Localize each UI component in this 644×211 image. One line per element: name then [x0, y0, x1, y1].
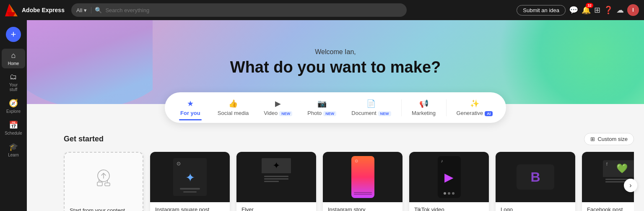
compass-icon: 🧭	[9, 99, 18, 108]
card-instagram-square[interactable]: ⊙ ✦ Instagram square post	[150, 152, 230, 211]
avatar[interactable]: I	[627, 4, 639, 16]
search-filter[interactable]: All ▾	[76, 7, 91, 13]
search-bar: All ▾ 🔍	[71, 3, 407, 17]
tiktok-inner: ♪ ▶	[438, 156, 461, 198]
search-input[interactable]	[105, 7, 402, 13]
flyer-top: ✦	[262, 158, 291, 173]
content-section: Get started ⊞ Custom size	[27, 123, 644, 211]
card-label-ig: Instagram square post	[150, 202, 230, 211]
custom-size-button[interactable]: ⊞ Custom size	[584, 133, 634, 145]
card-label-fb: Facebook post	[582, 202, 634, 211]
create-new-button[interactable]: +	[6, 27, 21, 42]
document-icon: 📄	[366, 99, 376, 108]
video-new-badge: NEW	[279, 111, 292, 116]
section-title: Get started	[64, 135, 104, 143]
story-inner: ⊙	[351, 156, 374, 198]
hero-welcome: Welcome Ian,	[230, 48, 441, 56]
card-logo[interactable]: B Logo	[496, 152, 575, 211]
chevron-down-icon: ▾	[84, 7, 87, 13]
svg-rect-5	[105, 183, 110, 186]
tab-social-media[interactable]: 👍 Social media	[211, 96, 255, 120]
logo-b-icon: B	[530, 169, 540, 185]
story-line-2	[354, 194, 372, 195]
tab-document[interactable]: 📄 DocumentNEW	[345, 96, 397, 120]
facebook-icon: f	[606, 162, 608, 167]
sidebar-label-home: Home	[8, 61, 19, 66]
sidebar-item-schedule[interactable]: 📅 Schedule	[2, 118, 25, 138]
main-content: Welcome Ian, What do you want to make? ★…	[27, 20, 644, 211]
tiktok-dots	[444, 192, 454, 195]
notification-badge: 32	[586, 3, 593, 8]
hero-text: Welcome Ian, What do you want to make?	[230, 48, 441, 76]
ig-card-inner: ⊙ ✦	[173, 158, 207, 196]
tab-generative[interactable]: ✨ GenerativeAI	[450, 96, 500, 120]
card-instagram-story[interactable]: ⊙ Instagram story	[323, 152, 402, 211]
cloud-icon[interactable]: ☁	[616, 5, 624, 15]
story-line-1	[354, 192, 372, 193]
tab-divider	[401, 99, 402, 116]
card-thumb-story: ⊙	[323, 152, 402, 202]
card-tiktok[interactable]: ♪ ▶ TikTok video	[409, 152, 489, 211]
flyer-line-1	[264, 176, 288, 177]
sparkle-icon: ✨	[470, 99, 479, 108]
tab-label-document: DocumentNEW	[351, 110, 391, 116]
hero-decor-left	[27, 20, 153, 104]
home-icon: ⌂	[11, 51, 16, 60]
card-label-tiktok: TikTok video	[409, 202, 489, 211]
tab-label-photo: PhotoNEW	[307, 110, 336, 116]
fb-top: 💚	[603, 160, 634, 177]
custom-size-icon: ⊞	[590, 136, 595, 142]
svg-rect-4	[97, 182, 102, 186]
tab-label-marketing: Marketing	[412, 110, 436, 116]
ig-story-icon: ⊙	[355, 159, 358, 163]
dot-2	[448, 192, 450, 195]
fb-heart-icon: 💚	[616, 163, 628, 174]
sidebar-item-learn[interactable]: 🎓 Learn	[2, 140, 25, 160]
flyer-seal-icon: ✦	[273, 160, 280, 171]
chat-icon[interactable]: 💬	[569, 6, 578, 14]
ig-line-2	[183, 191, 197, 193]
submit-idea-button[interactable]: Submit an idea	[517, 5, 566, 16]
card-thumb-start	[65, 153, 143, 203]
tabs-container: ★ For you 👍 Social media ▶ VideoNEW 📷 Ph…	[27, 92, 644, 123]
card-thumb-ig: ⊙ ✦	[150, 152, 230, 202]
tab-marketing[interactable]: 📢 Marketing	[405, 96, 443, 120]
notification-icon-wrap: 🔔 32	[582, 5, 591, 15]
card-start-from-content[interactable]: Start from your content	[64, 152, 143, 211]
card-label-start: Start from your content	[65, 203, 143, 211]
help-icon[interactable]: ❓	[604, 5, 613, 15]
tab-video[interactable]: ▶ VideoNEW	[257, 96, 299, 120]
apps-icon[interactable]: ⊞	[594, 5, 600, 15]
app-name: Adobe Express	[22, 7, 65, 13]
sidebar-item-your-stuff[interactable]: 🗂 Your stuff	[2, 70, 25, 94]
tab-label-video: VideoNEW	[264, 110, 292, 116]
search-icon: 🔍	[95, 7, 102, 13]
card-thumb-tiktok: ♪ ▶	[409, 152, 489, 202]
logo-inner: B	[517, 164, 554, 190]
dot-1	[444, 192, 446, 195]
instagram-icon: ⊙	[177, 161, 181, 167]
tab-label-social-media: Social media	[218, 110, 249, 116]
calendar-icon: 📅	[9, 120, 18, 130]
tab-label-for-you: For you	[180, 110, 200, 116]
sidebar-item-home[interactable]: ⌂ Home	[2, 49, 25, 68]
tab-label-generative: GenerativeAI	[457, 110, 493, 116]
sidebar: + ⌂ Home 🗂 Your stuff 🧭 Explore 📅 Schedu…	[0, 20, 27, 211]
flyer-inner: ✦	[262, 158, 291, 196]
card-label-flyer: Flyer	[236, 202, 316, 211]
card-label-logo: Logo	[496, 202, 575, 211]
story-lines	[351, 190, 374, 198]
megaphone-icon: 📢	[419, 99, 428, 108]
hero-headline: What do you want to make?	[230, 58, 441, 76]
tab-active-indicator	[179, 119, 202, 120]
adobe-logo[interactable]	[5, 4, 18, 16]
tab-photo[interactable]: 📷 PhotoNEW	[301, 96, 343, 120]
sidebar-item-explore[interactable]: 🧭 Explore	[2, 96, 25, 116]
nav-actions: Submit an idea 💬 🔔 32 ⊞ ❓ ☁ I	[517, 4, 639, 16]
thumbs-up-icon: 👍	[229, 99, 238, 108]
upload-icon	[93, 167, 114, 188]
card-flyer[interactable]: ✦ Flyer	[236, 152, 316, 211]
cards-next-button[interactable]: ›	[624, 179, 637, 192]
photo-icon: 📷	[317, 99, 327, 108]
tab-for-you[interactable]: ★ For you	[171, 96, 209, 120]
